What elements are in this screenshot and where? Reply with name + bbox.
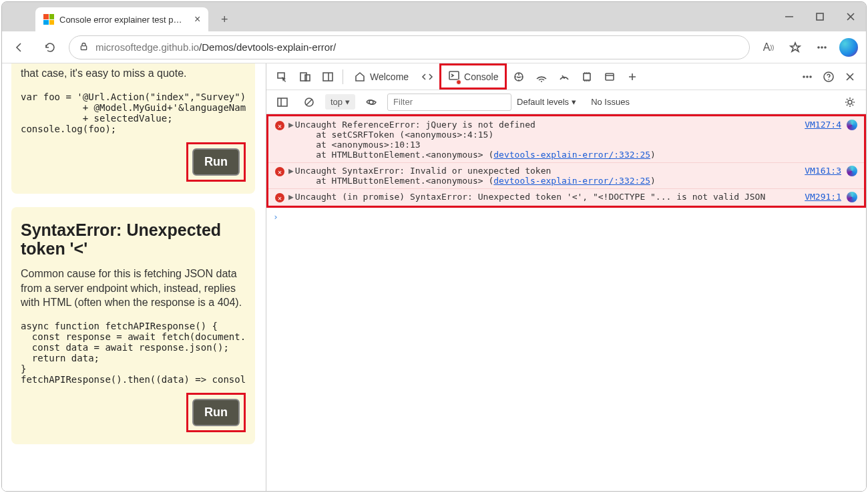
memory-tab-icon[interactable] — [576, 66, 598, 88]
minimize-button[interactable] — [774, 2, 805, 31]
svg-rect-24 — [584, 73, 590, 80]
disclosure-triangle-icon[interactable]: ▶ — [288, 120, 294, 160]
console-prompt[interactable]: › — [266, 208, 866, 226]
network-tab-icon[interactable] — [531, 66, 552, 88]
source-link[interactable]: VM161:3 — [805, 166, 841, 186]
copilot-explain-icon[interactable] — [847, 120, 857, 130]
clear-console-icon[interactable] — [298, 92, 320, 113]
run-button[interactable]: Run — [192, 148, 240, 176]
url-text: microsoftedge.github.io/Demos/devtools-e… — [95, 41, 336, 53]
card-description: that case, it's easy to miss a quote. — [21, 66, 246, 81]
context-selector[interactable]: top ▾ — [325, 94, 355, 110]
issues-indicator[interactable]: No Issues — [591, 97, 630, 107]
svg-point-21 — [541, 81, 542, 82]
favorite-button[interactable] — [783, 35, 807, 59]
svg-line-45 — [306, 100, 312, 105]
example-card-2: SyntaxError: Unexpected token '<' Common… — [11, 207, 255, 444]
svg-rect-1 — [817, 13, 823, 20]
tab-title: Console error explainer test page — [59, 15, 186, 25]
svg-point-36 — [807, 76, 808, 77]
more-options-icon[interactable] — [797, 66, 818, 88]
inspect-element-icon[interactable] — [272, 66, 293, 88]
example-card-1: that case, it's easy to miss a quote. va… — [11, 63, 255, 194]
error-message: Uncaught ReferenceError: jQuery is not d… — [295, 120, 799, 160]
menu-button[interactable] — [810, 35, 834, 59]
address-bar[interactable]: microsoftedge.github.io/Demos/devtools-e… — [69, 35, 750, 59]
copilot-explain-icon[interactable] — [847, 192, 857, 202]
console-output: ✕ ▶ Uncaught ReferenceError: jQuery is n… — [266, 114, 866, 491]
devtools-panel: Welcome Console — [266, 63, 866, 491]
maximize-button[interactable] — [805, 2, 835, 31]
read-aloud-button[interactable]: A)) — [756, 35, 781, 59]
card-description: Common cause for this is fetching JSON d… — [21, 267, 246, 310]
tab-strip: Console error explainer test page × + — [2, 2, 866, 31]
address-bar-row: microsoftedge.github.io/Demos/devtools-e… — [2, 31, 866, 63]
card-title: SyntaxError: Unexpected token '<' — [21, 220, 246, 259]
device-toolbar-icon[interactable] — [294, 66, 316, 88]
window-close-button[interactable] — [835, 2, 866, 31]
dock-side-icon[interactable] — [317, 66, 339, 88]
error-icon: ✕ — [275, 167, 284, 176]
console-error-row[interactable]: ✕ ▶ Uncaught SyntaxError: Invalid or une… — [268, 163, 864, 189]
elements-tab-icon[interactable] — [417, 66, 438, 88]
svg-point-6 — [818, 47, 819, 48]
error-icon: ✕ — [275, 121, 284, 130]
source-link[interactable]: VM127:4 — [805, 120, 841, 160]
filter-input[interactable] — [387, 94, 511, 111]
svg-rect-4 — [81, 45, 86, 49]
console-error-row[interactable]: ✕ ▶ Uncaught (in promise) SyntaxError: U… — [268, 189, 864, 206]
back-button[interactable] — [7, 35, 31, 59]
lock-icon — [79, 41, 89, 53]
code-block: async function fetchAPIResponse() { cons… — [21, 317, 246, 387]
svg-point-35 — [803, 76, 805, 77]
svg-point-7 — [821, 47, 823, 48]
svg-rect-42 — [278, 98, 287, 106]
source-link[interactable]: VM291:1 — [805, 192, 841, 202]
application-tab-icon[interactable] — [599, 66, 620, 88]
more-tabs-button[interactable] — [622, 66, 643, 88]
console-toolbar: top ▾ Default levels ▾ No Issues — [266, 90, 866, 114]
devtools-close-icon[interactable] — [839, 66, 861, 88]
stack-trace-link[interactable]: devtools-explain-error/:332:25 — [493, 150, 650, 160]
help-icon[interactable] — [818, 66, 839, 88]
highlight-box: Console — [439, 63, 507, 90]
console-tab[interactable]: Console — [441, 65, 505, 88]
code-block: var foo = '@Url.Action("index","Survey")… — [21, 88, 246, 137]
refresh-button[interactable] — [38, 35, 62, 59]
log-levels-selector[interactable]: Default levels ▾ — [517, 97, 576, 107]
console-error-row[interactable]: ✕ ▶ Uncaught ReferenceError: jQuery is n… — [268, 116, 864, 163]
svg-rect-31 — [606, 73, 614, 80]
sidebar-toggle-icon[interactable] — [272, 92, 293, 113]
window-controls — [774, 2, 866, 31]
favicon-microsoft — [43, 14, 54, 25]
svg-rect-12 — [323, 73, 333, 81]
svg-point-37 — [810, 76, 811, 77]
svg-point-47 — [848, 100, 852, 104]
svg-point-39 — [828, 79, 829, 80]
settings-gear-icon[interactable] — [839, 92, 861, 113]
run-button[interactable]: Run — [192, 399, 240, 426]
chevron-down-icon: ▾ — [345, 97, 350, 107]
copilot-button[interactable] — [837, 35, 861, 59]
sources-tab-icon[interactable] — [508, 66, 529, 88]
svg-point-16 — [518, 74, 519, 75]
copilot-explain-icon[interactable] — [847, 166, 857, 176]
tab-close-icon[interactable]: × — [194, 13, 200, 25]
svg-point-8 — [825, 47, 826, 48]
svg-rect-9 — [278, 73, 284, 78]
error-icon: ✕ — [275, 193, 284, 202]
disclosure-triangle-icon[interactable]: ▶ — [288, 192, 294, 202]
svg-marker-5 — [791, 43, 800, 51]
performance-tab-icon[interactable] — [554, 66, 575, 88]
browser-tab[interactable]: Console error explainer test page × — [35, 7, 208, 31]
stack-trace-link[interactable]: devtools-explain-error/:332:25 — [493, 176, 650, 186]
devtools-tab-bar: Welcome Console — [266, 63, 866, 90]
welcome-tab[interactable]: Welcome — [347, 67, 415, 87]
highlight-box: Run — [186, 393, 246, 432]
disclosure-triangle-icon[interactable]: ▶ — [288, 166, 294, 186]
error-message: Uncaught SyntaxError: Invalid or unexpec… — [295, 166, 799, 186]
svg-rect-11 — [305, 75, 310, 81]
new-tab-button[interactable]: + — [214, 9, 235, 30]
chevron-down-icon: ▾ — [572, 97, 576, 107]
live-expression-icon[interactable] — [361, 92, 382, 113]
